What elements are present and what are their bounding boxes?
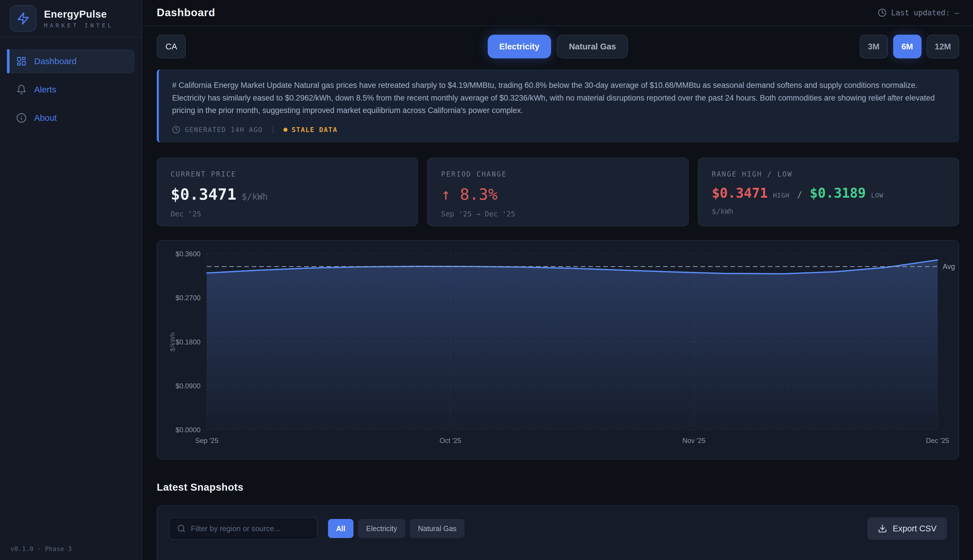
sidebar-item-dashboard[interactable]: Dashboard xyxy=(7,49,135,73)
topbar: Dashboard Last updated: – xyxy=(143,0,973,26)
range-6m-button[interactable]: 6M xyxy=(893,35,921,58)
svg-text:$0.0000: $0.0000 xyxy=(176,426,201,434)
range-low-tag: LOW xyxy=(871,192,883,199)
download-icon xyxy=(878,524,887,533)
svg-text:Dec '25: Dec '25 xyxy=(926,437,949,444)
range-slash: / xyxy=(797,190,802,200)
sidebar-item-label: Dashboard xyxy=(34,57,77,66)
status-dot-icon xyxy=(283,128,288,132)
summary-meta: GENERATED 14H AGO | STALE DATA xyxy=(172,126,946,134)
svg-text:$0.0900: $0.0900 xyxy=(176,382,201,390)
filter-search-box xyxy=(169,517,318,540)
toggle-electricity[interactable]: Electricity xyxy=(488,35,551,58)
svg-text:$0.2700: $0.2700 xyxy=(176,294,201,302)
sidebar: EnergyPulse MARKET INTEL Dashboard Alert… xyxy=(0,0,142,560)
range-high-low-card: RANGE HIGH / LOW $0.3471 HIGH / $0.3189 … xyxy=(698,157,959,226)
svg-text:$/kWh: $/kWh xyxy=(169,332,176,352)
search-icon xyxy=(177,524,186,533)
toggle-natural-gas[interactable]: Natural Gas xyxy=(557,35,628,58)
sidebar-item-alerts[interactable]: Alerts xyxy=(7,77,135,102)
info-icon xyxy=(16,113,27,123)
period-change-card: PERIOD CHANGE ↑ 8.3% Sep '25 → Dec '25 xyxy=(427,157,689,226)
chip-electricity[interactable]: Electricity xyxy=(358,519,405,538)
generated-timestamp: GENERATED 14H AGO xyxy=(185,126,262,133)
sidebar-item-about[interactable]: About xyxy=(7,106,135,130)
controls-row: CA Electricity Natural Gas 3M 6M 12M xyxy=(143,35,973,58)
range-12m-button[interactable]: 12M xyxy=(927,35,959,58)
range-high-value: $0.3471 xyxy=(712,185,768,201)
sidebar-nav: Dashboard Alerts About xyxy=(0,38,142,130)
range-low-value: $0.3189 xyxy=(810,185,866,201)
sidebar-item-label: Alerts xyxy=(34,85,57,95)
snapshots-panel: All Electricity Natural Gas Export CSV xyxy=(157,505,959,560)
price-chart: $0.3600$0.2700$0.1800$0.0900$0.0000Sep '… xyxy=(157,241,958,459)
meta-separator: | xyxy=(271,126,275,133)
commodity-toggle: Electricity Natural Gas xyxy=(488,35,628,58)
current-price-value: $0.3471 xyxy=(171,185,237,203)
stat-label: RANGE HIGH / LOW xyxy=(712,170,945,178)
dashboard-grid-icon xyxy=(16,56,27,67)
snapshots-title: Latest Snapshots xyxy=(157,482,959,493)
range-3m-button[interactable]: 3M xyxy=(859,35,888,58)
svg-text:$0.3600: $0.3600 xyxy=(176,250,201,258)
stat-cards-row: CURRENT PRICE $0.3471 $/kWh Dec '25 PERI… xyxy=(157,157,959,226)
clock-icon xyxy=(878,8,886,17)
clock-icon xyxy=(172,126,180,134)
last-updated: Last updated: – xyxy=(878,8,959,17)
current-price-unit: $/kWh xyxy=(242,192,268,202)
svg-text:Sep '25: Sep '25 xyxy=(195,437,218,444)
app-version: v0.1.0 · Phase 3 xyxy=(10,545,72,552)
export-csv-label: Export CSV xyxy=(893,524,937,533)
range-unit: $/kWh xyxy=(712,207,945,215)
last-updated-label: Last updated: xyxy=(891,8,950,17)
filter-input[interactable] xyxy=(191,524,309,533)
range-high-tag: HIGH xyxy=(773,192,790,199)
filter-chips: All Electricity Natural Gas xyxy=(328,519,465,538)
bell-icon xyxy=(16,84,27,95)
svg-text:Nov '25: Nov '25 xyxy=(682,437,706,444)
brand: EnergyPulse MARKET INTEL xyxy=(0,0,142,38)
region-chip[interactable]: CA xyxy=(157,35,186,58)
period-change-value: ↑ 8.3% xyxy=(441,185,498,203)
sidebar-item-label: About xyxy=(34,113,57,123)
main-content: Dashboard Last updated: – CA Electricity… xyxy=(143,0,973,560)
stale-data-badge: STALE DATA xyxy=(283,126,337,133)
stat-label: CURRENT PRICE xyxy=(171,170,404,178)
page-title: Dashboard xyxy=(157,7,215,19)
stat-label: PERIOD CHANGE xyxy=(441,170,674,178)
svg-text:$0.1800: $0.1800 xyxy=(176,338,201,346)
stale-data-label: STALE DATA xyxy=(291,126,337,133)
snapshots-toolbar: All Electricity Natural Gas Export CSV xyxy=(169,517,947,540)
lightning-icon xyxy=(10,5,37,32)
app-name: EnergyPulse xyxy=(44,8,114,20)
price-chart-panel: $0.3600$0.2700$0.1800$0.0900$0.0000Sep '… xyxy=(157,240,959,460)
app-tagline: MARKET INTEL xyxy=(44,22,114,29)
last-updated-value: – xyxy=(955,8,959,17)
market-summary-card: # California Energy Market Update Natura… xyxy=(157,69,959,142)
current-price-period: Dec '25 xyxy=(171,210,404,218)
market-summary-text: # California Energy Market Update Natura… xyxy=(172,79,946,117)
current-price-card: CURRENT PRICE $0.3471 $/kWh Dec '25 xyxy=(157,157,418,226)
chip-all[interactable]: All xyxy=(328,519,353,538)
chip-natural-gas[interactable]: Natural Gas xyxy=(410,519,465,538)
svg-text:Oct '25: Oct '25 xyxy=(440,437,461,444)
range-selector: 3M 6M 12M xyxy=(859,35,959,58)
export-csv-button[interactable]: Export CSV xyxy=(868,517,947,540)
svg-text:Avg: Avg xyxy=(943,263,955,271)
period-change-range: Sep '25 → Dec '25 xyxy=(441,210,674,218)
